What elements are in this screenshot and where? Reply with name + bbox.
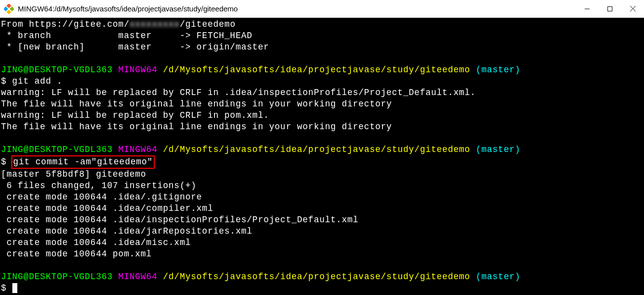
svg-rect-1 (9, 6, 14, 11)
window-controls (576, 0, 644, 18)
output-line: [master 5f8bdf8] giteedemo (1, 169, 643, 180)
output-line: create mode 100644 .idea/.gitignore (1, 192, 643, 203)
output-line: The file will have its original line end… (1, 98, 643, 110)
output-line: warning: LF will be replaced by CRLF in … (1, 110, 643, 121)
svg-rect-3 (6, 9, 11, 14)
prompt-line: JING@DESKTOP-VGDL363 MINGW64 /d/Mysofts/… (1, 271, 643, 283)
output-line: create mode 100644 .idea/misc.xml (1, 237, 643, 248)
maximize-button[interactable] (599, 0, 621, 18)
blank-line (1, 133, 643, 144)
titlebar-left: MINGW64:/d/Mysofts/javasofts/idea/projec… (0, 4, 238, 14)
svg-rect-5 (608, 6, 612, 11)
titlebar: MINGW64:/d/Mysofts/javasofts/idea/projec… (0, 0, 644, 18)
command-line-highlighted: $ git commit -am"giteedemo" (1, 155, 643, 169)
svg-rect-2 (4, 6, 8, 11)
blank-line (1, 53, 643, 64)
command-line: $ git add . (1, 76, 643, 87)
command-line-current[interactable]: $ (1, 283, 643, 294)
output-line: create mode 100644 .idea/jarRepositories… (1, 226, 643, 237)
window-title: MINGW64:/d/Mysofts/javasofts/idea/projec… (18, 4, 238, 13)
svg-rect-0 (6, 4, 11, 8)
minimize-button[interactable] (576, 0, 599, 18)
blank-line (1, 260, 643, 271)
output-line: The file will have its original line end… (1, 121, 643, 133)
prompt-line: JING@DESKTOP-VGDL363 MINGW64 /d/Mysofts/… (1, 144, 643, 155)
close-button[interactable] (621, 0, 644, 18)
output-line: * branch master -> FETCH_HEAD (1, 30, 643, 42)
prompt-line: JING@DESKTOP-VGDL363 MINGW64 /d/Mysofts/… (1, 64, 643, 76)
app-icon (4, 4, 14, 14)
output-line: create mode 100644 .idea/compiler.xml (1, 203, 643, 214)
output-line: 6 files changed, 107 insertions(+) (1, 180, 643, 192)
output-line: * [new branch] master -> origin/master (1, 42, 643, 53)
output-line: create mode 100644 pom.xml (1, 248, 643, 260)
output-line: From https://gitee.com/xxxxxxxxx/giteede… (1, 19, 643, 30)
cursor (12, 283, 17, 293)
output-line: create mode 100644 .idea/inspectionProfi… (1, 214, 643, 226)
terminal-area[interactable]: From https://gitee.com/xxxxxxxxx/giteede… (0, 18, 644, 295)
output-line: warning: LF will be replaced by CRLF in … (1, 87, 643, 98)
